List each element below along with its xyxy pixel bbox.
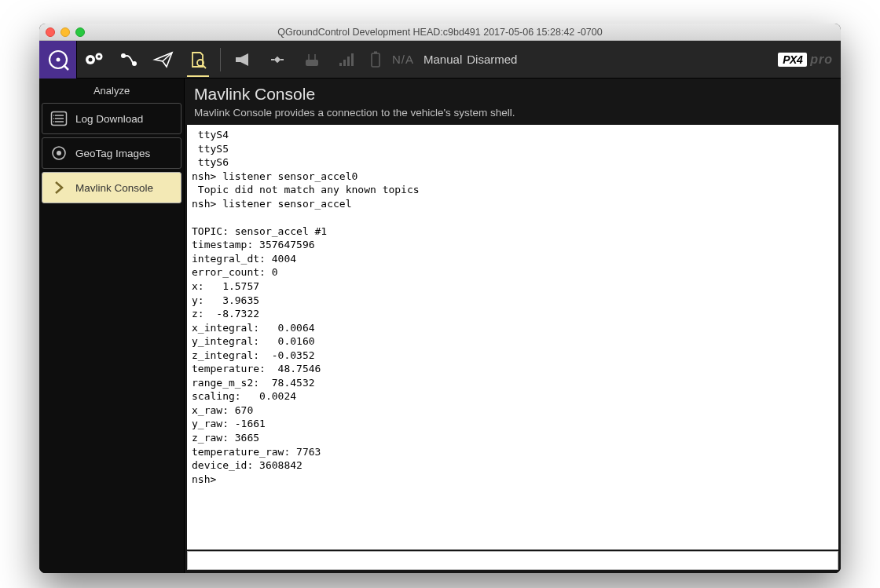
main-header: Mavlink Console Mavlink Console provides… (185, 79, 841, 122)
chevron-right-icon (50, 181, 68, 195)
app-logo[interactable] (39, 41, 77, 79)
svg-point-2 (56, 57, 60, 61)
battery-button[interactable] (364, 41, 387, 79)
main-panel: Mavlink Console Mavlink Console provides… (185, 79, 841, 573)
signal-icon (338, 52, 355, 68)
svg-point-28 (53, 115, 55, 116)
svg-rect-19 (343, 60, 346, 66)
titlebar: QGroundControl Development HEAD:c9bd491 … (39, 24, 841, 41)
telemetry-button[interactable] (329, 41, 364, 79)
svg-point-30 (53, 121, 55, 122)
qgc-logo-icon (47, 49, 69, 71)
toolbar-status: N/A Manual Disarmed (392, 53, 517, 66)
battery-na-label: N/A (392, 53, 414, 66)
fly-button[interactable] (146, 41, 181, 79)
app-body: Analyze Log Download GeoTag Images Mavli… (39, 79, 841, 573)
gps-button[interactable] (260, 41, 295, 79)
flight-mode-label[interactable]: Manual (424, 53, 462, 66)
main-toolbar: N/A Manual Disarmed PX4 pro (39, 41, 841, 79)
analyze-button[interactable] (181, 41, 215, 79)
sidebar-item-mavlink-console[interactable]: Mavlink Console (42, 172, 182, 203)
console-input[interactable] (187, 551, 838, 570)
svg-rect-12 (274, 56, 280, 62)
minimize-window-button[interactable] (60, 27, 70, 37)
rc-button[interactable] (295, 41, 329, 79)
paper-plane-icon (152, 50, 174, 69)
sidebar-item-label: Mavlink Console (75, 182, 153, 194)
sidebar-item-label: GeoTag Images (75, 148, 150, 159)
svg-line-1 (64, 65, 68, 70)
window-title: QGroundControl Development HEAD:c9bd491 … (39, 27, 841, 38)
svg-rect-21 (351, 53, 354, 66)
document-search-icon (189, 50, 207, 69)
page-title: Mavlink Console (194, 85, 831, 104)
megaphone-icon (233, 51, 253, 68)
brand-suffix: pro (810, 53, 833, 67)
sidebar-item-geotag-images[interactable]: GeoTag Images (42, 137, 182, 169)
app-window: QGroundControl Development HEAD:c9bd491 … (39, 24, 841, 573)
battery-icon (368, 51, 383, 68)
satellite-icon (268, 50, 287, 69)
brand-logo: PX4 pro (778, 53, 841, 67)
arm-state-label[interactable]: Disarmed (467, 53, 517, 66)
toolbar-separator (220, 48, 221, 71)
brand-name: PX4 (778, 53, 807, 67)
svg-rect-20 (347, 57, 350, 66)
svg-point-29 (53, 118, 55, 119)
console-output[interactable]: ttyS4 ttyS5 ttyS6 nsh> listener sensor_a… (187, 125, 838, 550)
console-input-wrap (185, 550, 841, 573)
waypoint-icon (118, 50, 140, 69)
svg-point-6 (97, 55, 101, 58)
messages-button[interactable] (226, 41, 260, 79)
svg-point-32 (57, 151, 61, 155)
maximize-window-button[interactable] (75, 27, 85, 37)
window-controls (46, 27, 85, 37)
page-subtitle: Mavlink Console provides a connection to… (194, 107, 831, 119)
svg-rect-23 (374, 51, 377, 53)
svg-point-4 (89, 57, 93, 61)
svg-rect-22 (372, 53, 380, 67)
svg-rect-18 (339, 63, 342, 66)
list-icon (50, 111, 68, 126)
location-icon (50, 144, 68, 162)
sidebar-title: Analyze (39, 79, 184, 101)
close-window-button[interactable] (46, 27, 55, 37)
rc-icon (302, 52, 321, 68)
plan-button[interactable] (112, 41, 146, 79)
sidebar: Analyze Log Download GeoTag Images Mavli… (39, 79, 185, 573)
gears-icon (82, 50, 106, 69)
sidebar-item-log-download[interactable]: Log Download (42, 103, 182, 134)
sidebar-item-label: Log Download (75, 113, 143, 125)
settings-button[interactable] (77, 41, 112, 79)
svg-rect-15 (306, 60, 318, 66)
